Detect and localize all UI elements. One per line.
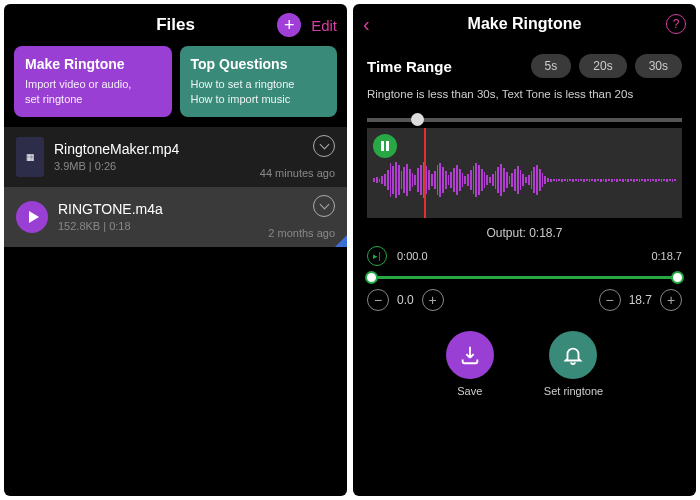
trim-end-value: 18.7 (629, 293, 652, 307)
timeline-slider[interactable] (367, 118, 682, 122)
minus-start-button[interactable]: − (367, 289, 389, 311)
expand-icon[interactable] (313, 135, 335, 157)
card-make-ringtone[interactable]: Make Ringtone Import video or audio, set… (14, 46, 172, 117)
time-range-label: Time Range (367, 58, 523, 75)
expand-icon[interactable] (313, 195, 335, 217)
selected-corner-icon (335, 235, 347, 247)
file-name: RingtoneMaker.mp4 (54, 141, 250, 157)
pause-button[interactable] (373, 134, 397, 158)
play-button[interactable] (16, 201, 48, 233)
timeline-knob[interactable] (411, 113, 424, 126)
file-row[interactable]: ▦ RingtoneMaker.mp4 3.9MB | 0:26 44 minu… (4, 127, 347, 187)
action-buttons: Save Set ringtone (353, 331, 696, 397)
time-range-row: Time Range 5s 20s 30s (353, 44, 696, 88)
file-meta: 152.8KB | 0:18 (58, 220, 258, 232)
promo-cards: Make Ringtone Import video or audio, set… (4, 46, 347, 127)
download-icon (446, 331, 494, 379)
file-time: 44 minutes ago (260, 167, 335, 179)
files-screen: Files + Edit Make Ringtone Import video … (4, 4, 347, 496)
page-title: Files (156, 15, 195, 35)
video-thumb-icon: ▦ (16, 137, 44, 177)
bell-icon (549, 331, 597, 379)
header: ‹ Make Ringtone ? (353, 4, 696, 44)
set-ringtone-action[interactable]: Set ringtone (544, 331, 603, 397)
plus-end-button[interactable]: + (660, 289, 682, 311)
card-title: Top Questions (191, 56, 327, 72)
trim-start-value: 0.0 (397, 293, 414, 307)
card-sub: Import video or audio, set ringtone (25, 77, 161, 107)
file-info: RingtoneMaker.mp4 3.9MB | 0:26 (54, 141, 250, 172)
header: Files + Edit (4, 4, 347, 46)
trim-handle-left[interactable] (365, 271, 378, 284)
file-size-duration: 3.9MB | 0:26 (54, 160, 116, 172)
page-title: Make Ringtone (468, 15, 582, 33)
progress-row: ▸| 0:00.0 0:18.7 (353, 240, 696, 272)
pill-20s[interactable]: 20s (579, 54, 626, 78)
hint-text: Ringtone is less than 30s, Text Tone is … (353, 88, 696, 108)
save-label: Save (457, 385, 482, 397)
pill-30s[interactable]: 30s (635, 54, 682, 78)
add-button[interactable]: + (277, 13, 301, 37)
time-end: 0:18.7 (438, 250, 682, 262)
waveform[interactable] (367, 128, 682, 218)
output-label: Output: 0:18.7 (353, 226, 696, 240)
trim-controls: − 0.0 + − 18.7 + (353, 289, 696, 321)
edit-button[interactable]: Edit (311, 17, 337, 34)
header-actions: + Edit (277, 13, 337, 37)
file-size-duration: 152.8KB | 0:18 (58, 220, 131, 232)
file-info: RINGTONE.m4a 152.8KB | 0:18 (58, 201, 258, 232)
card-top-questions[interactable]: Top Questions How to set a ringtone How … (180, 46, 338, 117)
trim-handle-right[interactable] (671, 271, 684, 284)
card-sub: How to set a ringtone How to import musi… (191, 77, 327, 107)
help-button[interactable]: ? (666, 14, 686, 34)
editor-screen: ‹ Make Ringtone ? Time Range 5s 20s 30s … (353, 4, 696, 496)
waveform-bars (367, 160, 682, 200)
file-name: RINGTONE.m4a (58, 201, 258, 217)
card-title: Make Ringtone (25, 56, 161, 72)
playhead-marker[interactable] (424, 128, 426, 218)
file-meta: 3.9MB | 0:26 (54, 160, 250, 172)
skip-button[interactable]: ▸| (367, 246, 387, 266)
save-action[interactable]: Save (446, 331, 494, 397)
set-label: Set ringtone (544, 385, 603, 397)
time-start: 0:00.0 (397, 250, 428, 262)
trim-slider[interactable] (367, 276, 682, 279)
plus-start-button[interactable]: + (422, 289, 444, 311)
pill-5s[interactable]: 5s (531, 54, 572, 78)
minus-end-button[interactable]: − (599, 289, 621, 311)
back-button[interactable]: ‹ (363, 13, 370, 36)
file-row[interactable]: RINGTONE.m4a 152.8KB | 0:18 2 months ago (4, 187, 347, 247)
file-time: 2 months ago (268, 227, 335, 239)
